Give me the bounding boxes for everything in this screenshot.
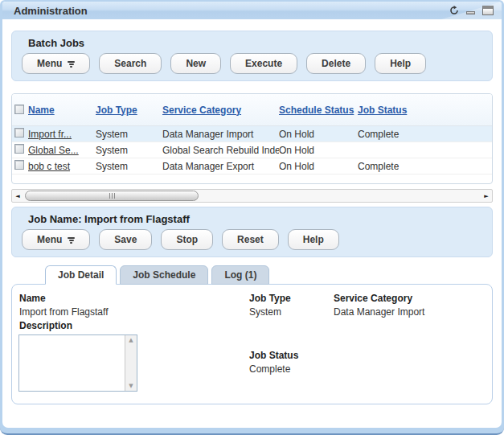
popup-refresh-icon[interactable] (449, 6, 459, 15)
column-header-job-status[interactable]: Job Status (358, 105, 492, 116)
column-header-schedule-status[interactable]: Schedule Status (279, 105, 358, 116)
job-name-link[interactable]: bob c test (28, 161, 70, 172)
row-checkbox[interactable] (14, 128, 24, 137)
service-category-cell: Data Manager Import (162, 129, 279, 140)
job-name-toolbar: Menu Save Stop Reset Help (22, 229, 482, 250)
horizontal-scrollbar[interactable]: ◄ ► (11, 189, 493, 203)
job-detail-panel: Name Import from Flagstaff Description ▲… (11, 284, 493, 404)
job-name-link[interactable]: Global Se... (28, 145, 79, 156)
job-status-label: Job Status (249, 350, 298, 361)
scroll-up-icon[interactable]: ▲ (129, 337, 133, 343)
batch-jobs-title: Batch Jobs (28, 37, 482, 49)
table-header-row: Name Job Type Service Category Schedule … (12, 94, 492, 126)
search-button[interactable]: Search (99, 53, 162, 74)
scrollbar-thumb[interactable] (25, 191, 199, 201)
job-status-value: Complete (249, 363, 290, 375)
description-textarea[interactable]: ▲ ▼ (18, 334, 137, 392)
column-header-name[interactable]: Name (28, 105, 96, 116)
delete-button[interactable]: Delete (306, 53, 366, 74)
table-row[interactable]: Global Se... System Global Search Rebuil… (12, 142, 492, 158)
window-controls (449, 6, 495, 15)
schedule-status-cell: On Hold (279, 145, 358, 156)
window-body: Administration Batch Jobs Menu (2, 2, 502, 428)
column-header-service-category[interactable]: Service Category (162, 105, 279, 116)
batch-jobs-table: Name Job Type Service Category Schedule … (11, 93, 493, 184)
job-name-title: Job Name: Import from Flagstaff (28, 213, 482, 225)
name-label: Name (19, 293, 46, 304)
job-status-cell: Complete (358, 129, 492, 140)
job-type-label: Job Type (249, 293, 291, 304)
reset-button[interactable]: Reset (222, 229, 279, 250)
batch-menu-label: Menu (37, 58, 62, 69)
service-category-value: Data Manager Import (334, 306, 424, 318)
detail-tabs: Job Detail Job Schedule Log (1) (45, 265, 493, 284)
batch-jobs-panel: Batch Jobs Menu Search New Execute Delet… (11, 31, 493, 81)
row-checkbox-cell (12, 144, 28, 156)
minimize-icon[interactable] (466, 6, 475, 14)
select-all-checkbox[interactable] (14, 105, 24, 114)
name-value: Import from Flagstaff (19, 306, 108, 318)
maximize-icon[interactable] (482, 6, 494, 15)
batch-jobs-toolbar: Menu Search New Execute Delete Help (22, 53, 482, 74)
scroll-down-icon[interactable]: ▼ (129, 383, 133, 389)
job-type-cell: System (96, 129, 162, 140)
save-button[interactable]: Save (99, 229, 152, 250)
job-menu-label: Menu (37, 234, 62, 245)
help-button[interactable]: Help (375, 53, 426, 74)
help-button[interactable]: Help (288, 229, 339, 250)
job-type-cell: System (96, 145, 162, 156)
schedule-status-cell: On Hold (279, 129, 358, 140)
job-status-cell: Complete (358, 161, 492, 172)
job-name-link[interactable]: Import fr... (28, 129, 72, 140)
table-row[interactable]: bob c test System Data Manager Export On… (12, 158, 492, 174)
job-name-panel: Job Name: Import from Flagstaff Menu Sav… (11, 207, 493, 257)
scroll-right-icon[interactable]: ► (481, 190, 492, 202)
table-filler (12, 174, 492, 183)
row-checkbox[interactable] (14, 144, 24, 154)
row-checkbox[interactable] (14, 160, 24, 170)
stop-button[interactable]: Stop (161, 229, 213, 250)
titlebar: Administration (2, 2, 502, 19)
header-checkbox-cell (12, 103, 28, 117)
row-checkbox-cell (12, 160, 28, 172)
administration-window: Administration Batch Jobs Menu (0, 0, 504, 435)
window-title: Administration (14, 5, 88, 17)
description-text[interactable] (19, 335, 125, 391)
row-checkbox-cell (12, 128, 28, 140)
tab-log[interactable]: Log (1) (211, 265, 269, 285)
column-header-job-type[interactable]: Job Type (96, 105, 162, 116)
new-button[interactable]: New (170, 53, 221, 74)
execute-button[interactable]: Execute (230, 53, 297, 74)
batch-menu-button[interactable]: Menu (22, 53, 90, 74)
textarea-scrollbar[interactable]: ▲ ▼ (125, 335, 137, 391)
menu-dropdown-icon (68, 237, 75, 244)
job-menu-button[interactable]: Menu (22, 229, 90, 250)
tab-job-detail[interactable]: Job Detail (45, 265, 117, 285)
schedule-status-cell: On Hold (279, 161, 358, 172)
menu-dropdown-icon (68, 61, 75, 68)
scroll-left-icon[interactable]: ◄ (12, 190, 23, 202)
service-category-cell: Data Manager Export (162, 161, 279, 172)
tab-job-schedule[interactable]: Job Schedule (120, 265, 208, 285)
table-row[interactable]: Import fr... System Data Manager Import … (12, 126, 492, 142)
job-type-value: System (249, 306, 281, 318)
service-category-label: Service Category (334, 293, 412, 304)
description-label: Description (19, 320, 72, 331)
service-category-cell: Global Search Rebuild Index (162, 145, 279, 156)
job-type-cell: System (96, 161, 162, 172)
content-area: Batch Jobs Menu Search New Execute Delet… (2, 31, 502, 404)
